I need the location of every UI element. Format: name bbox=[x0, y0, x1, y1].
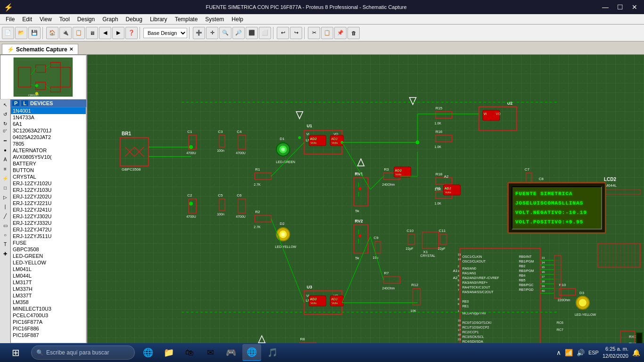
tb-zoom-in[interactable]: 🔍 bbox=[219, 27, 231, 39]
schematic-capture-tab[interactable]: ⚡ Schematic Capture ✕ bbox=[2, 44, 78, 54]
search-bar[interactable]: 🔍 Escribe aquí para buscar bbox=[31, 346, 135, 360]
tool-select[interactable]: ↖ bbox=[1, 100, 9, 109]
tb-netlist[interactable]: 🔌 bbox=[59, 27, 72, 39]
device-item[interactable]: ERJ-12ZYJ103U bbox=[11, 187, 86, 193]
device-item[interactable]: ERJ-12ZYJ202U bbox=[11, 193, 86, 200]
design-dropdown[interactable]: Base Design bbox=[143, 28, 187, 38]
start-button[interactable]: ⊞ bbox=[4, 344, 27, 361]
menu-template[interactable]: Template bbox=[171, 14, 202, 24]
tb-zoom-out[interactable]: 🔎 bbox=[232, 27, 245, 39]
tool-bus[interactable]: ≡ bbox=[1, 165, 9, 173]
device-item[interactable]: ALTERNATOR bbox=[11, 147, 86, 154]
device-item[interactable]: LM041L bbox=[11, 266, 86, 272]
device-item[interactable]: PCELC4700U3 bbox=[11, 312, 86, 319]
tb-save[interactable]: 💾 bbox=[28, 27, 41, 39]
close-button[interactable]: ✕ bbox=[629, 2, 640, 12]
device-item[interactable]: ERJ-12ZYJ511U bbox=[11, 233, 86, 239]
tool-junction[interactable]: ● bbox=[1, 146, 9, 154]
tb-back[interactable]: ◀ bbox=[99, 27, 111, 39]
system-clock[interactable]: 6:25 a. m. 12/02/2020 bbox=[603, 346, 628, 360]
tool-label[interactable]: A bbox=[1, 155, 9, 164]
tb-add-wire[interactable]: ➕ bbox=[193, 27, 205, 39]
device-item[interactable]: ERJ-12ZYJ332U bbox=[11, 220, 86, 226]
tb-new[interactable]: 📄 bbox=[2, 27, 14, 39]
tb-help[interactable]: ❓ bbox=[125, 27, 138, 39]
menu-design[interactable]: Design bbox=[74, 14, 99, 24]
device-list[interactable]: 1N40011N4733A6A13C12063A2701J04025A220JA… bbox=[10, 107, 86, 343]
tb-redo[interactable]: ↪ bbox=[290, 27, 302, 39]
tb-move[interactable]: ✛ bbox=[206, 27, 218, 39]
device-item[interactable]: PIC16F877A bbox=[11, 319, 86, 325]
pl-button-l[interactable]: L bbox=[21, 100, 28, 106]
tool-pin[interactable]: | bbox=[1, 202, 9, 211]
device-item[interactable]: BUTTON bbox=[11, 167, 86, 173]
device-item[interactable]: 1N4733A bbox=[11, 114, 86, 121]
taskbar-app-store[interactable]: 🛍 bbox=[180, 344, 199, 361]
tb-undo[interactable]: ↩ bbox=[277, 27, 289, 39]
tool-rect[interactable]: ▭ bbox=[1, 221, 9, 230]
tab-close-button[interactable]: ✕ bbox=[69, 47, 73, 52]
maximize-button[interactable]: ☐ bbox=[614, 2, 626, 12]
tb-delete[interactable]: 🗑 bbox=[347, 27, 360, 39]
menu-file[interactable]: File bbox=[2, 14, 18, 24]
device-item[interactable]: AVX0805Y5V10( bbox=[11, 154, 86, 160]
tool-power[interactable]: ⚡ bbox=[1, 174, 9, 182]
schematic-area[interactable]: BR1 GBPC3508 C1 4700U C2 4700U C3 100n C… bbox=[87, 55, 644, 343]
menu-edit[interactable]: Edit bbox=[18, 14, 36, 24]
minimize-button[interactable]: — bbox=[599, 2, 611, 12]
device-item[interactable]: PIC16F887 bbox=[11, 332, 86, 338]
tool-wire[interactable]: ━ bbox=[1, 136, 9, 145]
device-item[interactable]: ERJ-12ZYJ221U bbox=[11, 200, 86, 206]
tb-home[interactable]: 🏠 bbox=[46, 27, 58, 39]
tb-cut[interactable]: ✂ bbox=[308, 27, 320, 39]
device-item[interactable]: LM044L bbox=[11, 272, 86, 279]
tb-paste[interactable]: 📌 bbox=[334, 27, 347, 39]
tool-undo[interactable]: ↺ bbox=[1, 110, 9, 118]
device-item[interactable]: 7805 bbox=[11, 140, 86, 147]
device-item[interactable]: LM337T bbox=[11, 292, 86, 299]
device-item[interactable]: LM358 bbox=[11, 299, 86, 305]
device-item[interactable]: ERJ-12ZYJ472U bbox=[11, 226, 86, 233]
tool-component[interactable]: □ bbox=[1, 183, 9, 192]
tb-bom[interactable]: 📋 bbox=[73, 27, 85, 39]
device-item[interactable]: LED-GREEN bbox=[11, 253, 86, 259]
device-item[interactable]: FUSE bbox=[11, 239, 86, 246]
device-item[interactable]: 6A1 bbox=[11, 121, 86, 127]
menu-graph[interactable]: Graph bbox=[99, 14, 122, 24]
tool-line[interactable]: ╱ bbox=[1, 212, 9, 220]
tb-copy[interactable]: 📋 bbox=[321, 27, 333, 39]
tb-fwd[interactable]: ▶ bbox=[112, 27, 124, 39]
tb-zoom-fit[interactable]: ⬛ bbox=[246, 27, 258, 39]
tb-zoom-area[interactable]: ⬜ bbox=[259, 27, 271, 39]
device-item[interactable]: ERJ-12ZYJ102U bbox=[11, 180, 86, 187]
language-indicator[interactable]: ESP bbox=[588, 350, 599, 355]
device-item[interactable]: LED-YELLOW bbox=[11, 259, 86, 266]
chevron-up-icon[interactable]: ∧ bbox=[556, 349, 561, 356]
tb-open[interactable]: 📂 bbox=[15, 27, 27, 39]
device-item[interactable]: PIC16F886 bbox=[11, 325, 86, 332]
tool-port[interactable]: ▷ bbox=[1, 193, 9, 201]
menu-library[interactable]: Library bbox=[146, 14, 171, 24]
device-item[interactable]: 1N4001 bbox=[11, 107, 86, 114]
menu-tool[interactable]: Tool bbox=[56, 14, 74, 24]
device-item[interactable]: LM317T bbox=[11, 279, 86, 286]
device-item[interactable]: ERJ-12ZYJ241U bbox=[11, 206, 86, 213]
pl-button-p[interactable]: P bbox=[12, 100, 19, 106]
menu-help[interactable]: Help bbox=[228, 14, 247, 24]
taskbar-app-chrome[interactable]: 🌐 bbox=[242, 344, 261, 361]
taskbar-app-media[interactable]: 🎵 bbox=[263, 344, 282, 361]
tb-pcb[interactable]: 🖥 bbox=[86, 27, 98, 39]
network-icon[interactable]: 📶 bbox=[565, 349, 573, 356]
menu-system[interactable]: System bbox=[201, 14, 228, 24]
tool-text[interactable]: T bbox=[1, 240, 9, 248]
device-item[interactable]: BATTERY bbox=[11, 160, 86, 167]
menu-view[interactable]: View bbox=[36, 14, 56, 24]
device-item[interactable]: CRYSTAL bbox=[11, 173, 86, 180]
tool-redo[interactable]: ↻ bbox=[1, 119, 9, 128]
device-item[interactable]: 3C12063A2701J bbox=[11, 127, 86, 134]
taskbar-app-edge[interactable]: 🌐 bbox=[139, 344, 157, 361]
volume-icon[interactable]: 🔊 bbox=[577, 349, 585, 356]
notifications-icon[interactable]: 🔔 bbox=[632, 349, 640, 356]
tool-marker[interactable]: ✚ bbox=[1, 249, 9, 258]
taskbar-app-mail[interactable]: ✉ bbox=[201, 344, 220, 361]
